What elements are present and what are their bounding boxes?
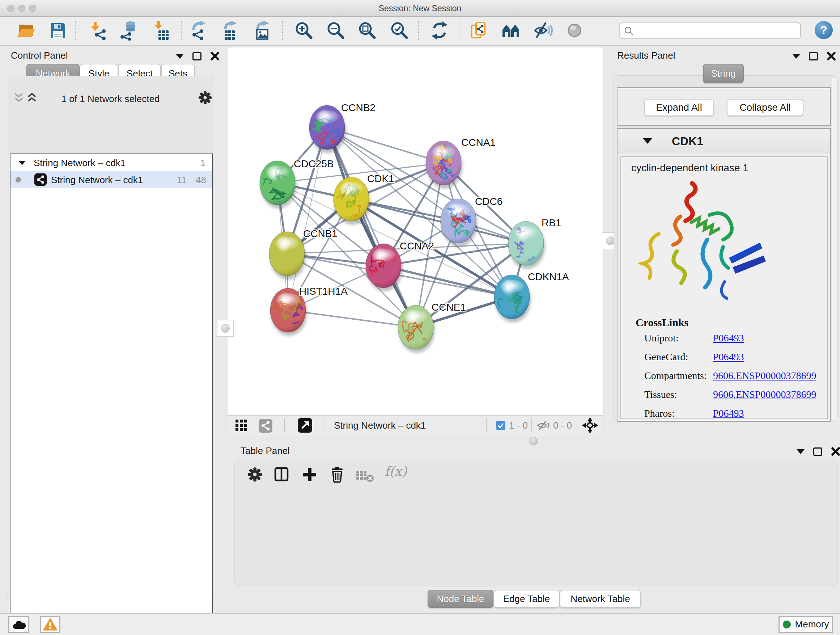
network-canvas[interactable]: CCNB2CCNA1CDC25BCDK1CDC6RB1CCNB1CCNA2CDK… <box>228 47 603 416</box>
cdk1-header[interactable]: CDK1 <box>617 129 830 154</box>
help-icon[interactable]: ? <box>815 21 833 39</box>
panel-close-icon[interactable] <box>827 51 836 61</box>
import-network-database-icon[interactable] <box>118 20 139 41</box>
search-input[interactable] <box>636 24 799 38</box>
import-table-icon[interactable] <box>152 20 172 41</box>
network-node-cdc6[interactable] <box>441 199 477 247</box>
node-count: 11 <box>177 174 187 186</box>
tissues-link[interactable]: 9606.ENSP00000378699 <box>713 389 816 401</box>
network-node-ccnb2[interactable] <box>308 105 346 153</box>
show-columns-icon[interactable] <box>274 467 290 483</box>
compartments-link[interactable]: 9606.ENSP00000378699 <box>713 370 816 382</box>
panel-float-icon[interactable] <box>193 52 202 60</box>
tab-network-table[interactable]: Network Table <box>560 590 641 608</box>
zoom-selected-icon[interactable] <box>389 20 409 41</box>
selected-counts: 1 - 0 <box>509 420 528 431</box>
tab-node-table[interactable]: Node Table <box>428 590 493 608</box>
network-node-ccnb1[interactable] <box>269 232 306 279</box>
network-edge[interactable] <box>327 127 416 327</box>
selected-checkbox-icon[interactable] <box>496 421 505 430</box>
delete-column-icon[interactable] <box>329 466 345 483</box>
network-tree: String Network – cdk1 1 String Network –… <box>10 154 213 635</box>
control-panel: Control Panel Network Style Select Sets … <box>0 46 224 613</box>
network-node-ccna1[interactable] <box>426 141 463 188</box>
toolbar-separator <box>75 21 76 40</box>
panel-collapse-icon[interactable] <box>176 54 184 59</box>
title-bar: Session: New Session <box>0 0 840 17</box>
collapse-all-button[interactable]: Collapse All <box>727 99 804 116</box>
tab-string[interactable]: String <box>703 64 744 83</box>
network-view-toolbar: String Network – cdk1 1 - 0 0 - 0 <box>228 416 603 435</box>
network-options-gear-icon[interactable] <box>198 90 212 105</box>
network-node-rb1[interactable] <box>508 221 545 269</box>
entry-collapse-icon[interactable] <box>643 138 652 144</box>
memory-status-dot-icon <box>783 621 791 629</box>
tab-edge-table[interactable]: Edge Table <box>493 590 560 608</box>
zoom-fit-icon[interactable] <box>357 20 377 41</box>
crosslink-label: Tissues: <box>644 389 677 401</box>
export-network-icon[interactable] <box>189 20 210 41</box>
uniprot-link[interactable]: P06493 <box>713 333 744 344</box>
network-row[interactable]: String Network – cdk1 11 48 <box>11 171 212 188</box>
network-node-ccna2[interactable] <box>361 244 403 291</box>
network-node-cdc25b[interactable] <box>257 161 297 209</box>
detach-view-icon[interactable] <box>298 418 312 432</box>
gene-detail-box: cyclin-dependent kinase 1 <box>621 157 828 419</box>
export-image-icon[interactable] <box>253 20 273 41</box>
results-scrollbar[interactable] <box>832 78 837 420</box>
open-session-icon[interactable] <box>16 20 36 41</box>
edge-count: 48 <box>196 174 206 186</box>
table-panel: Table Panel f(x) shared namenamecanonica… <box>232 441 840 613</box>
panel-close-icon[interactable] <box>831 447 840 456</box>
application-window: Session: New Session <box>0 0 840 635</box>
network-selection-status: 1 of 1 Network selected <box>7 93 214 105</box>
node-label: CCNB1 <box>303 228 338 239</box>
expand-all-button[interactable]: Expand All <box>644 99 714 116</box>
toolbar-separator <box>486 418 486 432</box>
network-edge[interactable] <box>288 127 327 310</box>
grid-view-icon[interactable] <box>235 420 248 432</box>
memory-button[interactable]: Memory <box>778 616 833 633</box>
panel-close-icon[interactable] <box>210 51 219 61</box>
zoom-out-icon[interactable] <box>325 20 346 41</box>
toolbar-separator <box>181 21 182 40</box>
results-button-box: Expand All Collapse All <box>617 87 831 126</box>
collection-count: 1 <box>201 157 205 169</box>
table-options-gear-icon[interactable] <box>247 467 264 483</box>
tree-expander-icon[interactable] <box>19 160 26 166</box>
save-session-icon[interactable] <box>48 20 68 41</box>
panel-collapse-icon[interactable] <box>797 449 805 454</box>
add-column-icon[interactable] <box>302 467 317 483</box>
warning-status-button[interactable] <box>40 616 60 633</box>
import-network-file-icon[interactable] <box>88 20 109 41</box>
apply-layout-icon[interactable] <box>429 20 450 41</box>
hidden-counts: 0 - 0 <box>553 420 572 431</box>
panel-float-icon[interactable] <box>809 52 818 60</box>
delete-table-icon[interactable] <box>356 470 375 483</box>
network-collection-row[interactable]: String Network – cdk1 1 <box>11 154 212 171</box>
toolbar-separator <box>323 418 324 432</box>
share-view-icon[interactable] <box>259 419 272 432</box>
pharos-link[interactable]: P06493 <box>713 408 744 419</box>
export-table-icon[interactable] <box>220 20 240 41</box>
function-builder-icon[interactable]: f(x) <box>385 464 407 478</box>
network-node-cdk1[interactable] <box>329 177 370 225</box>
node-label: CCNA1 <box>461 137 496 148</box>
node-label: CCNE1 <box>431 302 466 313</box>
network-status-dot-icon <box>16 177 21 182</box>
panel-float-icon[interactable] <box>813 448 822 456</box>
new-network-from-selection-icon[interactable] <box>469 20 489 41</box>
panel-collapse-icon[interactable] <box>792 54 800 59</box>
zoom-in-icon[interactable] <box>294 20 314 41</box>
birds-eye-view-icon[interactable] <box>582 417 598 433</box>
cloud-status-button[interactable] <box>8 616 29 633</box>
toolbar-separator <box>459 21 459 40</box>
hide-selected-icon[interactable] <box>533 20 553 41</box>
genecard-link[interactable]: P06493 <box>713 351 744 363</box>
cdk1-result-box: CDK1 cyclin-dependent kinase 1 <box>617 128 831 422</box>
main-toolbar: ? <box>0 17 840 46</box>
left-splitter-handle[interactable] <box>217 320 234 337</box>
show-graphics-details-icon[interactable] <box>564 20 584 41</box>
table-container: f(x) <box>234 460 838 587</box>
first-neighbors-icon[interactable] <box>501 20 521 41</box>
